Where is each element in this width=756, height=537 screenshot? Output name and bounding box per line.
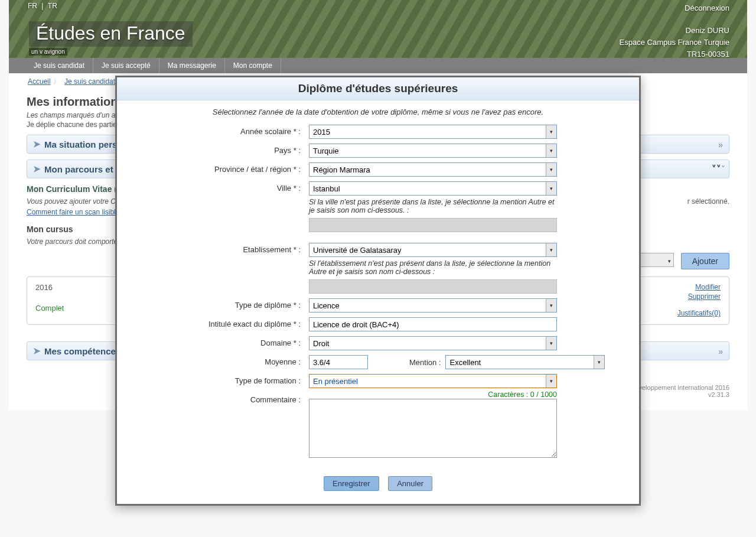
chevron-down-icon (546, 125, 556, 138)
label-region: Province / état / région * : (141, 162, 309, 174)
crumb-candidate[interactable]: Je suis candidat (64, 77, 115, 86)
label-moyenne: Moyenne : (141, 355, 309, 366)
label-ville: Ville * : (141, 181, 309, 193)
delete-link[interactable]: Supprimer (677, 292, 721, 301)
select-etab[interactable] (309, 243, 557, 257)
input-typedip[interactable] (309, 299, 546, 312)
univ-credit: un v avignon (29, 48, 67, 56)
select-region[interactable] (309, 162, 557, 177)
nav-candidate[interactable]: Je suis candidat (25, 58, 93, 73)
chevron-down-icon (668, 256, 671, 265)
select-ville[interactable] (309, 181, 557, 196)
helper-ville: Si la ville n'est pas présente dans la l… (309, 198, 557, 214)
label-typedip: Type de diplôme * : (141, 298, 309, 310)
input-mention[interactable] (446, 356, 594, 369)
modal-instruction: Sélectionnez l'année de la date d'obtent… (141, 108, 615, 116)
cursus-status: Complet (35, 304, 64, 313)
label-comment: Commentaire : (141, 393, 309, 404)
label-annee: Année scolaire * : (141, 125, 309, 136)
input-moyenne[interactable] (309, 355, 368, 369)
select-mention[interactable] (445, 355, 605, 369)
textarea-comment[interactable] (309, 399, 557, 410)
user-name: Deniz DURU (620, 25, 729, 37)
nav-messages[interactable]: Ma messagerie (159, 58, 225, 73)
chevron-down-icon (546, 375, 556, 388)
select-typedip[interactable] (309, 298, 557, 313)
site-title: Études en France (29, 21, 193, 47)
chevron-down-icon (594, 356, 604, 369)
label-pays: Pays * : (141, 144, 309, 155)
user-ref: TR15-00351 (620, 48, 729, 60)
input-ville[interactable] (309, 182, 546, 195)
section-arrow-icon: ➤ (33, 139, 41, 149)
input-etab-other (309, 279, 557, 294)
input-etab[interactable] (309, 243, 546, 256)
label-mention: Mention : (409, 358, 441, 367)
add-cursus-button[interactable]: Ajouter (681, 253, 729, 269)
cv-hint: Vous pouvez ajouter votre CV... (27, 197, 126, 206)
nav-account[interactable]: Mon compte (225, 58, 281, 73)
nav-accepted[interactable]: Je suis accepté (93, 58, 159, 73)
section-arrow-icon: ➤ (33, 164, 41, 174)
cv-scan-link[interactable]: Comment faire un scan lisible ? (27, 208, 125, 216)
chevron-down-icon (546, 243, 556, 256)
chevron-down-icon (546, 182, 556, 195)
input-domaine[interactable] (309, 337, 546, 350)
cursus-year: 2016 (35, 283, 64, 292)
label-etab: Etablissement * : (141, 243, 309, 254)
collapse-icon: ˅˅ (712, 164, 723, 174)
select-typeform[interactable] (309, 374, 557, 388)
lang-fr[interactable]: FR (28, 2, 37, 10)
banner: FR | TR Études en France Déconnexion Den… (9, 0, 747, 58)
attachments-link[interactable]: Justificatifs(0) (677, 309, 721, 317)
logout-link[interactable]: Déconnexion (620, 2, 729, 14)
input-annee[interactable] (309, 125, 546, 138)
chevron-down-icon (546, 299, 556, 312)
input-typeform[interactable] (309, 375, 546, 388)
edit-link[interactable]: Modifier (677, 283, 721, 291)
chevron-down-icon (546, 337, 556, 350)
modal-title: Diplôme d'études supérieures (117, 77, 639, 100)
lang-sep: | (41, 2, 45, 10)
crumb-home[interactable]: Accueil (28, 77, 51, 86)
input-region[interactable] (309, 163, 546, 176)
label-typeform: Type de formation : (141, 374, 309, 385)
expand-icon (718, 346, 723, 356)
label-domaine: Domaine * : (141, 336, 309, 347)
lang-tr[interactable]: TR (48, 2, 57, 10)
expand-icon (718, 139, 723, 149)
user-org: Espace Campus France Turquie (620, 37, 729, 48)
char-count: Caractères : 0 / 1000 (309, 390, 557, 399)
helper-etab: Si l'établissement n'est pas présent dan… (309, 259, 557, 276)
input-ville-other (309, 218, 557, 232)
diploma-modal: Diplôme d'études supérieures Sélectionne… (115, 76, 641, 410)
chevron-down-icon (546, 163, 556, 176)
select-annee[interactable] (309, 125, 557, 139)
section-arrow-icon: ➤ (33, 346, 41, 356)
chevron-down-icon (546, 144, 556, 157)
input-intitule[interactable] (309, 317, 557, 331)
input-pays[interactable] (309, 144, 546, 157)
select-domaine[interactable] (309, 336, 557, 350)
label-intitule: Intitulé exact du diplôme * : (141, 317, 309, 328)
select-pays[interactable] (309, 144, 557, 158)
cv-trail: r sélectionné. (687, 197, 729, 216)
